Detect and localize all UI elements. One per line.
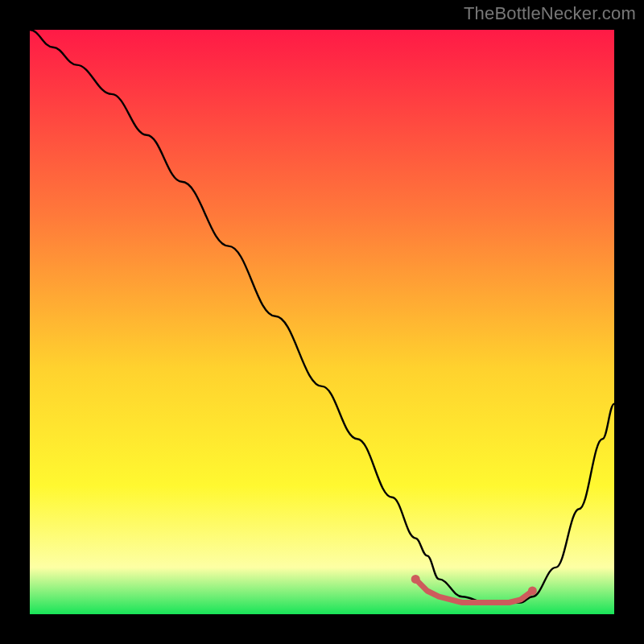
chart-frame: TheBottleNecker.com (0, 0, 644, 644)
chart-svg (30, 30, 614, 614)
trough-marker-dot (528, 587, 537, 596)
gradient-background (30, 30, 614, 614)
attribution-label: TheBottleNecker.com (464, 3, 636, 24)
chart-plot-area (30, 30, 614, 614)
trough-marker-dot (411, 575, 420, 584)
